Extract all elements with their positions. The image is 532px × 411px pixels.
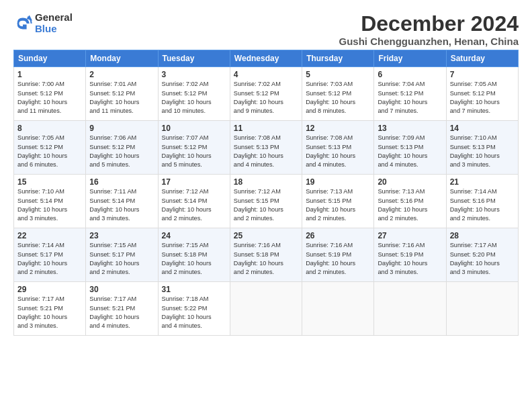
calendar-cell: 8Sunrise: 7:05 AM Sunset: 5:12 PM Daylig… [14,121,86,175]
logo-blue: Blue [35,24,73,35]
day-number: 16 [89,177,154,187]
day-number: 3 [162,70,226,79]
header: General Blue December 2024 Gushi Chenggu… [13,12,519,47]
calendar-cell: 26Sunrise: 7:16 AM Sunset: 5:19 PM Dayli… [302,228,374,282]
weekday-header-thursday: Thursday [302,50,374,67]
calendar-cell: 21Sunrise: 7:14 AM Sunset: 5:16 PM Dayli… [446,175,518,228]
calendar-cell: 2Sunrise: 7:01 AM Sunset: 5:12 PM Daylig… [86,67,158,121]
calendar-cell: 12Sunrise: 7:08 AM Sunset: 5:13 PM Dayli… [302,121,374,175]
weekday-header-sunday: Sunday [14,50,86,67]
calendar-cell: 25Sunrise: 7:16 AM Sunset: 5:18 PM Dayli… [230,228,302,282]
calendar-body: 1Sunrise: 7:00 AM Sunset: 5:12 PM Daylig… [14,67,519,336]
calendar-table: SundayMondayTuesdayWednesdayThursdayFrid… [13,50,519,336]
day-info: Sunrise: 7:14 AM Sunset: 5:16 PM Dayligh… [450,187,515,223]
day-info: Sunrise: 7:17 AM Sunset: 5:21 PM Dayligh… [17,295,82,330]
day-number: 1 [17,70,82,79]
calendar-cell: 27Sunrise: 7:16 AM Sunset: 5:19 PM Dayli… [374,228,446,282]
day-info: Sunrise: 7:07 AM Sunset: 5:12 PM Dayligh… [162,134,226,169]
day-info: Sunrise: 7:00 AM Sunset: 5:12 PM Dayligh… [17,80,82,116]
day-number: 20 [378,177,442,187]
calendar-cell: 23Sunrise: 7:15 AM Sunset: 5:17 PM Dayli… [86,228,158,282]
day-info: Sunrise: 7:15 AM Sunset: 5:18 PM Dayligh… [162,241,226,277]
calendar-cell: 17Sunrise: 7:12 AM Sunset: 5:14 PM Dayli… [158,175,230,228]
calendar-cell: 5Sunrise: 7:03 AM Sunset: 5:12 PM Daylig… [302,67,374,121]
day-number: 27 [378,231,442,240]
calendar-cell: 9Sunrise: 7:06 AM Sunset: 5:12 PM Daylig… [86,121,158,175]
day-info: Sunrise: 7:11 AM Sunset: 5:14 PM Dayligh… [89,187,154,223]
day-number: 26 [306,231,370,240]
calendar-cell: 24Sunrise: 7:15 AM Sunset: 5:18 PM Dayli… [158,228,230,282]
day-number: 10 [162,124,226,133]
calendar-cell: 11Sunrise: 7:08 AM Sunset: 5:13 PM Dayli… [230,121,302,175]
logo-icon [13,14,32,33]
calendar-page: General Blue December 2024 Gushi Chenggu… [0,0,532,411]
calendar-cell: 31Sunrise: 7:18 AM Sunset: 5:22 PM Dayli… [158,282,230,336]
day-number: 12 [306,124,370,133]
calendar-cell: 6Sunrise: 7:04 AM Sunset: 5:12 PM Daylig… [374,67,446,121]
day-number: 30 [89,285,154,294]
day-info: Sunrise: 7:01 AM Sunset: 5:12 PM Dayligh… [89,80,154,116]
day-info: Sunrise: 7:06 AM Sunset: 5:12 PM Dayligh… [89,134,154,169]
day-info: Sunrise: 7:13 AM Sunset: 5:16 PM Dayligh… [378,187,442,223]
calendar-cell: 30Sunrise: 7:17 AM Sunset: 5:21 PM Dayli… [86,282,158,336]
calendar-cell: 19Sunrise: 7:13 AM Sunset: 5:15 PM Dayli… [302,175,374,228]
day-info: Sunrise: 7:18 AM Sunset: 5:22 PM Dayligh… [162,295,226,330]
day-number: 5 [306,70,370,79]
month-title: December 2024 [339,12,519,36]
day-number: 17 [162,177,226,187]
day-number: 6 [378,70,442,79]
day-number: 13 [378,124,442,133]
day-number: 14 [450,124,515,133]
calendar-cell: 29Sunrise: 7:17 AM Sunset: 5:21 PM Dayli… [14,282,86,336]
calendar-cell: 22Sunrise: 7:14 AM Sunset: 5:17 PM Dayli… [14,228,86,282]
day-number: 19 [306,177,370,187]
day-info: Sunrise: 7:05 AM Sunset: 5:12 PM Dayligh… [17,134,82,169]
weekday-header-friday: Friday [374,50,446,67]
day-info: Sunrise: 7:08 AM Sunset: 5:13 PM Dayligh… [306,134,370,169]
day-info: Sunrise: 7:12 AM Sunset: 5:14 PM Dayligh… [162,187,226,223]
calendar-week-3: 15Sunrise: 7:10 AM Sunset: 5:14 PM Dayli… [14,175,519,228]
day-number: 21 [450,177,515,187]
day-number: 24 [162,231,226,240]
day-number: 8 [17,124,82,133]
weekday-header-saturday: Saturday [446,50,518,67]
calendar-cell: 1Sunrise: 7:00 AM Sunset: 5:12 PM Daylig… [14,67,86,121]
day-info: Sunrise: 7:09 AM Sunset: 5:13 PM Dayligh… [378,134,442,169]
calendar-cell [446,282,518,336]
day-info: Sunrise: 7:16 AM Sunset: 5:19 PM Dayligh… [306,241,370,277]
calendar-cell [374,282,446,336]
day-number: 2 [89,70,154,79]
day-info: Sunrise: 7:16 AM Sunset: 5:18 PM Dayligh… [234,241,298,277]
calendar-cell: 4Sunrise: 7:02 AM Sunset: 5:12 PM Daylig… [230,67,302,121]
day-number: 23 [89,231,154,240]
calendar-cell: 28Sunrise: 7:17 AM Sunset: 5:20 PM Dayli… [446,228,518,282]
calendar-cell: 20Sunrise: 7:13 AM Sunset: 5:16 PM Dayli… [374,175,446,228]
day-number: 4 [234,70,298,79]
logo-text: General Blue [35,12,73,34]
day-info: Sunrise: 7:16 AM Sunset: 5:19 PM Dayligh… [378,241,442,277]
calendar-cell: 7Sunrise: 7:05 AM Sunset: 5:12 PM Daylig… [446,67,518,121]
weekday-header-tuesday: Tuesday [158,50,230,67]
calendar-cell: 14Sunrise: 7:10 AM Sunset: 5:13 PM Dayli… [446,121,518,175]
day-info: Sunrise: 7:10 AM Sunset: 5:14 PM Dayligh… [17,187,82,223]
day-info: Sunrise: 7:02 AM Sunset: 5:12 PM Dayligh… [234,80,298,116]
day-number: 25 [234,231,298,240]
day-info: Sunrise: 7:12 AM Sunset: 5:15 PM Dayligh… [234,187,298,223]
day-number: 11 [234,124,298,133]
calendar-week-5: 29Sunrise: 7:17 AM Sunset: 5:21 PM Dayli… [14,282,519,336]
calendar-cell: 3Sunrise: 7:02 AM Sunset: 5:12 PM Daylig… [158,67,230,121]
calendar-cell: 10Sunrise: 7:07 AM Sunset: 5:12 PM Dayli… [158,121,230,175]
day-number: 15 [17,177,82,187]
day-number: 18 [234,177,298,187]
day-info: Sunrise: 7:04 AM Sunset: 5:12 PM Dayligh… [378,80,442,116]
calendar-cell [302,282,374,336]
day-number: 22 [17,231,82,240]
calendar-cell: 15Sunrise: 7:10 AM Sunset: 5:14 PM Dayli… [14,175,86,228]
day-info: Sunrise: 7:05 AM Sunset: 5:12 PM Dayligh… [450,80,515,116]
day-number: 28 [450,231,515,240]
day-number: 9 [89,124,154,133]
calendar-header: SundayMondayTuesdayWednesdayThursdayFrid… [14,50,519,67]
calendar-cell: 18Sunrise: 7:12 AM Sunset: 5:15 PM Dayli… [230,175,302,228]
day-number: 29 [17,285,82,294]
day-info: Sunrise: 7:08 AM Sunset: 5:13 PM Dayligh… [234,134,298,169]
